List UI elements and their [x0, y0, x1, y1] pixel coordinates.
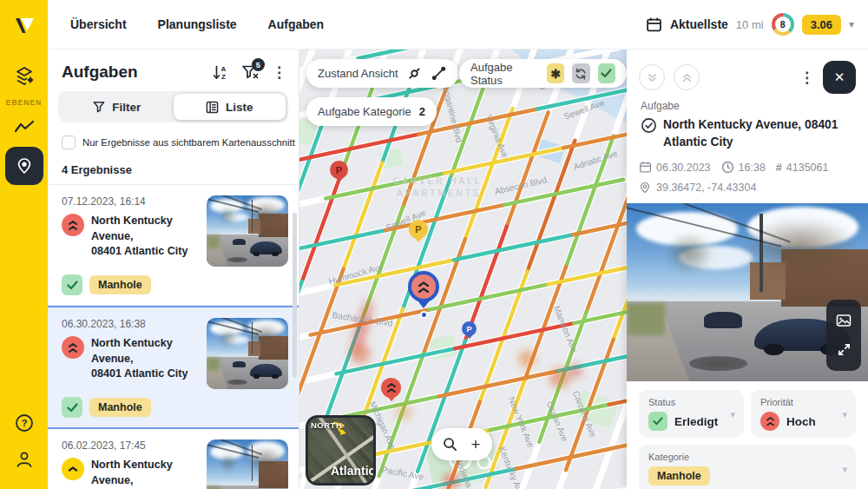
layers-gear-icon [13, 65, 36, 88]
check-icon [601, 69, 612, 78]
map-marker-planning-blue[interactable]: P [462, 321, 477, 336]
brand-logo[interactable] [0, 0, 48, 50]
task-list-item-selected[interactable]: 06.30.2023, 16:38 North Kentucky Avenue,… [48, 306, 299, 429]
toggle-list-tab[interactable]: Liste [174, 94, 286, 120]
task-category-control[interactable]: Aufgabe Kategorie 2 [306, 97, 437, 126]
tasks-map-nav-button-active[interactable] [5, 147, 43, 185]
gauge-value: 8 [775, 17, 791, 32]
task-photo-thumbnail[interactable] [207, 318, 288, 389]
segment-view-icon[interactable] [431, 65, 447, 82]
toggle-filter-tab[interactable]: Filter [61, 94, 174, 120]
previous-task-button[interactable] [639, 64, 665, 90]
icon-sidebar: EBENEN ? [0, 0, 48, 489]
map-marker-selected-task[interactable] [408, 271, 439, 302]
toggle-filter-label: Filter [112, 101, 141, 114]
task-list-item[interactable]: 07.12.2023, 16:14 North Kentucky Avenue,… [48, 185, 299, 306]
task-category-count: 2 [419, 105, 425, 118]
map-marker-planning-yellow[interactable]: P [409, 220, 428, 239]
status-done-chip [62, 274, 82, 295]
check-icon [67, 281, 78, 290]
view-toggle: Filter Liste [58, 91, 288, 122]
sync-icon [575, 68, 587, 80]
category-label: Kategorie [648, 452, 846, 462]
condition-gauge[interactable]: 8 [772, 13, 794, 36]
date-filter-button[interactable]: Aktuellste [670, 17, 728, 31]
detail-photo[interactable] [627, 203, 868, 381]
priority-value: Hoch [786, 415, 816, 428]
close-detail-button[interactable]: ✕ [823, 61, 856, 94]
zoom-in-button[interactable]: + [470, 436, 480, 453]
task-status-label: Aufgabe Status [470, 61, 539, 87]
radius-value[interactable]: 10 mi [736, 18, 764, 31]
score-badge[interactable]: 3.06 [802, 15, 841, 35]
chevron-down-icon: ▾ [842, 408, 847, 420]
priority-medium-icon [62, 458, 84, 480]
clear-filters-button[interactable]: 5 [241, 64, 259, 80]
help-button[interactable]: ? [14, 413, 35, 437]
tab-uebersicht[interactable]: Übersicht [70, 17, 127, 31]
app-root: EBENEN ? [0, 0, 868, 489]
chevron-down-icon: ▾ [730, 408, 735, 420]
category-chip: Manhole [648, 466, 710, 486]
status-value: Erledigt [674, 415, 718, 428]
calendar-icon [639, 161, 652, 174]
node-view-icon[interactable] [406, 65, 423, 82]
hash-icon: # [776, 162, 782, 174]
map-marker-planning-red[interactable]: P [330, 161, 348, 179]
check-circle-icon [641, 117, 657, 134]
tab-aufgaben[interactable]: Aufgaben [268, 17, 325, 31]
map-canvas[interactable]: Absecon Blvd Sewell Ave Sewell Ave Hummo… [299, 50, 627, 489]
clock-icon [721, 161, 734, 174]
task-list-item[interactable]: 06.02.2023, 17:45 North Kentucky Avenue,… [48, 429, 299, 489]
tasks-scrollbar[interactable] [293, 213, 297, 378]
condition-view-label: Zustand Ansicht [318, 67, 398, 80]
next-task-button[interactable] [674, 64, 700, 90]
task-address: North Kentucky Avenue, 08401 Atlantic Ci… [91, 458, 200, 489]
chevron-down-icon[interactable]: ▾ [849, 18, 854, 30]
status-done-chip [648, 412, 667, 431]
question-circle-icon: ? [14, 413, 35, 433]
status-label: Status [648, 397, 734, 407]
top-navbar: Übersicht Planungsliste Aufgaben Aktuell… [48, 0, 868, 50]
poi-label: APARTMENTS [397, 188, 481, 198]
detail-type-label: Aufgabe [627, 98, 868, 114]
task-photo-thumbnail[interactable] [207, 439, 288, 489]
category-chip: Manhole [89, 398, 151, 417]
street-photo [207, 318, 288, 389]
status-dropdown[interactable]: Status Erledigt ▾ [639, 390, 744, 438]
task-photo-thumbnail[interactable] [207, 195, 288, 267]
street-photo [207, 439, 288, 489]
account-button[interactable] [14, 449, 35, 473]
street-photo [207, 195, 288, 267]
line-chart-icon [14, 119, 35, 135]
photo-controls [826, 300, 861, 371]
overview-minimap[interactable]: NORTH Atlantic [306, 415, 376, 486]
priority-dropdown[interactable]: Priorität Hoch ▾ [751, 390, 856, 438]
status-done-chip [62, 397, 82, 418]
expand-icon[interactable] [837, 342, 852, 357]
tab-planungsliste[interactable]: Planungsliste [158, 17, 237, 31]
visible-area-checkbox[interactable] [62, 135, 76, 149]
calendar-icon [646, 17, 662, 33]
status-inprogress-button[interactable] [572, 63, 589, 83]
svg-text:?: ? [21, 418, 27, 428]
status-done-button[interactable] [598, 63, 615, 83]
layers-settings-button[interactable] [7, 62, 42, 91]
results-count: 4 Ergebnisse [48, 158, 299, 185]
check-icon [653, 417, 663, 426]
tasks-menu-button[interactable]: ⋮ [272, 63, 286, 82]
map-marker-task-red[interactable] [381, 378, 401, 398]
status-new-button[interactable]: ✱ [547, 63, 564, 83]
condition-chart-nav-button[interactable] [7, 112, 42, 142]
navbar-filters: Aktuellste 10 mi 8 3.06 ▾ [646, 13, 854, 36]
sort-button[interactable]: A Z [212, 64, 228, 81]
category-dropdown[interactable]: Kategorie Manhole ▾ [639, 445, 856, 489]
detail-menu-button[interactable]: ⋮ [799, 69, 814, 87]
search-icon[interactable] [443, 437, 457, 452]
image-gallery-icon[interactable] [836, 314, 852, 327]
task-status-control: Aufgabe Status ✱ [459, 59, 627, 88]
task-datetime: 06.02.2023, 17:45 [62, 439, 200, 452]
chevron-double-up-icon [681, 72, 693, 83]
selected-task-location-dot [420, 311, 428, 319]
priority-label: Priorität [760, 397, 846, 407]
